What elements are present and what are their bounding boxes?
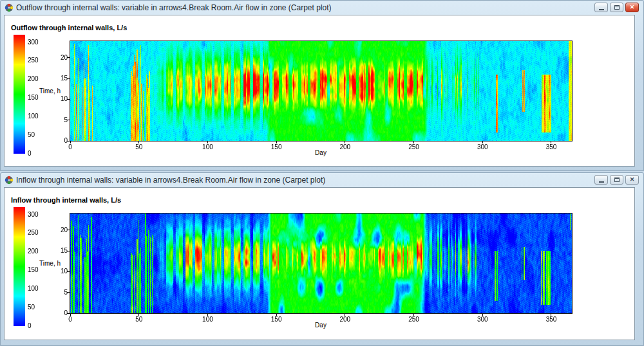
colorbar-tick-label: 300 <box>28 212 39 218</box>
x-tick-label: 200 <box>334 316 356 323</box>
colorbar-tick-label: 150 <box>28 267 39 273</box>
x-tick-label: 300 <box>471 316 493 323</box>
x-tick-label: 350 <box>540 316 562 323</box>
y-tick-label: 5 <box>56 289 68 296</box>
y-tick-label: 20 <box>56 226 68 233</box>
colorbar-tick-label: 150 <box>28 95 39 101</box>
colorbar-tick-label: 200 <box>28 76 39 82</box>
inflow-window: Inflow through internal walls: variable … <box>0 172 644 346</box>
colorbar <box>14 35 25 154</box>
y-tick-label: 10 <box>56 268 68 275</box>
colorbar-tick-label: 50 <box>28 132 35 138</box>
y-tick-label: 0 <box>56 137 68 144</box>
carpet-heatmap-canvas <box>70 213 573 314</box>
colorbar-tick-label: 0 <box>28 323 32 329</box>
x-tick-label: 150 <box>265 143 287 150</box>
colorbar-tick-label: 200 <box>28 248 39 255</box>
plot-title: Inflow through internal walls, L/s <box>11 196 121 204</box>
colorbar <box>14 207 25 326</box>
colorbar-tick-label: 250 <box>28 57 39 64</box>
x-tick-label: 100 <box>196 143 218 150</box>
plot-title: Outflow through internal walls, L/s <box>11 24 127 32</box>
outflow-window: Outflow through internal walls: variable… <box>0 0 644 171</box>
x-tick-label: 100 <box>196 316 218 323</box>
x-tick-label: 200 <box>334 143 356 150</box>
x-tick-label: 250 <box>403 316 425 323</box>
colorbar-tick-label: 100 <box>28 286 39 292</box>
y-tick-label: 15 <box>56 247 68 254</box>
colorbar-tick-label: 100 <box>28 113 39 120</box>
plot-layer: Inflow through internal walls, L/s Time,… <box>1 173 643 345</box>
colorbar-tick-label: 250 <box>28 230 39 236</box>
colorbar-tick-label: 300 <box>28 39 39 46</box>
y-tick-label: 20 <box>56 54 68 61</box>
y-tick-label: 5 <box>56 116 68 123</box>
carpet-heatmap-canvas <box>70 41 573 141</box>
y-tick-label: 10 <box>56 95 68 102</box>
x-tick-label: 250 <box>403 143 425 150</box>
y-tick-label: 15 <box>56 75 68 82</box>
x-tick-label: 0 <box>59 143 81 150</box>
x-tick-label: 50 <box>128 316 150 323</box>
colorbar-tick-label: 0 <box>28 150 32 157</box>
x-tick-label: 0 <box>59 316 81 323</box>
colorbar-tick-label: 50 <box>28 304 35 311</box>
x-tick-label: 300 <box>471 143 493 150</box>
y-tick-label: 0 <box>56 309 68 316</box>
x-tick-label: 150 <box>265 316 287 323</box>
x-tick-label: 50 <box>128 143 150 150</box>
mdi-desktop: { "desktop": { "background_color": "#c8d… <box>0 0 644 346</box>
plot-layer: Outflow through internal walls, L/s Time… <box>1 1 643 170</box>
x-tick-label: 350 <box>540 143 562 150</box>
